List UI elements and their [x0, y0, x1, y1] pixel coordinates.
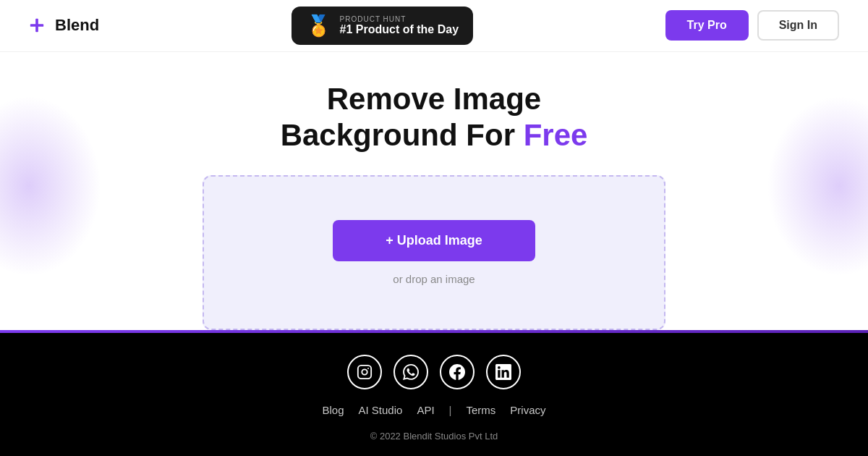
product-hunt-title: #1 Product of the Day [340, 23, 459, 36]
svg-rect-1 [30, 24, 43, 27]
drop-text: or drop an image [393, 273, 475, 285]
api-link[interactable]: API [417, 404, 434, 416]
blog-link[interactable]: Blog [322, 404, 344, 416]
footer-divider: | [449, 404, 452, 416]
linkedin-icon[interactable] [486, 355, 521, 389]
facebook-icon[interactable] [440, 355, 475, 389]
logo-text: Blend [55, 16, 99, 35]
hero-free-text: Free [524, 118, 588, 152]
footer-copyright: © 2022 Blendit Studios Pvt Ltd [370, 431, 498, 442]
footer-nav: Blog AI Studio API | Terms Privacy [322, 404, 545, 416]
product-hunt-label: PRODUCT HUNT [340, 15, 459, 23]
header-buttons: Try Pro Sign In [665, 10, 839, 41]
blob-left [0, 96, 101, 276]
logo-icon [29, 17, 45, 33]
product-hunt-text: PRODUCT HUNT #1 Product of the Day [340, 15, 459, 36]
product-hunt-badge: 🏅 PRODUCT HUNT #1 Product of the Day [292, 7, 473, 45]
footer: Blog AI Studio API | Terms Privacy © 202… [0, 333, 868, 456]
logo[interactable]: Blend [29, 16, 99, 35]
svg-point-3 [362, 369, 367, 374]
blob-right [767, 96, 868, 276]
main-content: Remove Image Background For Free + Uploa… [0, 52, 868, 331]
social-icons [347, 355, 521, 389]
svg-rect-2 [358, 366, 371, 379]
sign-in-button[interactable]: Sign In [757, 10, 839, 41]
whatsapp-icon[interactable] [393, 355, 428, 389]
hero-title-line2-prefix: Background For [281, 118, 524, 152]
try-pro-button[interactable]: Try Pro [665, 10, 749, 41]
hero-title-line1: Remove Image [327, 82, 541, 116]
svg-point-4 [367, 368, 369, 369]
upload-area: + Upload Image or drop an image [203, 175, 665, 330]
instagram-icon[interactable] [347, 355, 382, 389]
upload-button[interactable]: + Upload Image [333, 220, 535, 261]
hero-title: Remove Image Background For Free [281, 81, 588, 154]
privacy-link[interactable]: Privacy [510, 404, 545, 416]
header: Blend 🏅 PRODUCT HUNT #1 Product of the D… [0, 0, 868, 52]
terms-link[interactable]: Terms [466, 404, 495, 416]
trophy-icon: 🏅 [306, 14, 331, 38]
ai-studio-link[interactable]: AI Studio [359, 404, 403, 416]
